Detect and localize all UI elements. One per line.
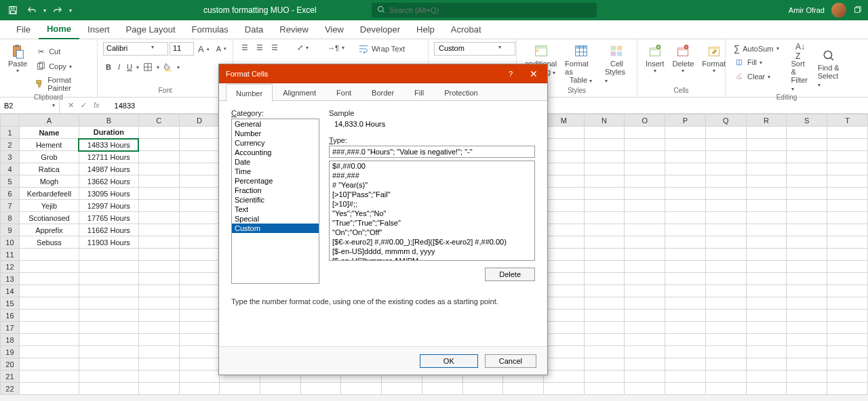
type-item[interactable]: [$-en-US]dddd, mmmm d, yyyy — [330, 247, 534, 256]
delete-button[interactable]: Delete — [485, 268, 535, 281]
dialog-backdrop: Format Cells ? ✕ NumberAlignmentFontBord… — [0, 0, 868, 401]
type-input[interactable] — [329, 146, 535, 158]
format-cells-dialog: Format Cells ? ✕ NumberAlignmentFontBord… — [218, 64, 548, 375]
cancel-button[interactable]: Cancel — [485, 354, 536, 368]
category-item[interactable]: Time — [232, 167, 319, 176]
type-item[interactable]: ###,### — [330, 171, 534, 180]
dialog-tabs: NumberAlignmentFontBorderFillProtection — [219, 83, 547, 101]
category-item[interactable]: Custom — [232, 224, 319, 233]
sample-label: Sample — [329, 109, 535, 117]
hint-text: Type the number format code, using one o… — [231, 297, 535, 305]
dialog-tab-border[interactable]: Border — [361, 83, 404, 101]
category-item[interactable]: Fraction — [232, 186, 319, 195]
category-item[interactable]: Currency — [232, 138, 319, 148]
dialog-close-button[interactable]: ✕ — [520, 64, 547, 83]
type-item[interactable]: "True";"True";"False" — [330, 218, 534, 228]
category-item[interactable]: Accounting — [232, 148, 319, 157]
type-item[interactable]: [$-en-US]h:mm:ss AM/PM — [330, 256, 534, 261]
type-item[interactable]: [>10]"Pass";"Fail" — [330, 190, 534, 199]
type-item[interactable]: [>10]#;; — [330, 199, 534, 209]
category-item[interactable]: Text — [232, 205, 319, 214]
type-list[interactable]: $#,##0.00###,#### "Year(s)"[>10]"Pass";"… — [329, 161, 535, 261]
type-label: Type: — [329, 136, 535, 144]
category-item[interactable]: Date — [232, 157, 319, 167]
category-item[interactable]: Scientific — [232, 195, 319, 205]
type-item[interactable]: # "Year(s)" — [330, 180, 534, 190]
dialog-titlebar: Format Cells ? ✕ — [219, 64, 547, 83]
type-item[interactable]: [$€-x-euro2] #,##0.00_);[Red]([$€-x-euro… — [330, 237, 534, 247]
category-item[interactable]: Special — [232, 214, 319, 224]
category-item[interactable]: Number — [232, 129, 319, 138]
dialog-title: Format Cells — [226, 70, 268, 78]
category-item[interactable]: General — [232, 119, 319, 129]
type-item[interactable]: "Yes";"Yes";"No" — [330, 209, 534, 218]
category-label: Category: — [231, 109, 319, 117]
dialog-tab-number[interactable]: Number — [226, 84, 273, 102]
dialog-tab-font[interactable]: Font — [326, 83, 361, 101]
dialog-tab-protection[interactable]: Protection — [434, 83, 488, 101]
dialog-help-button[interactable]: ? — [501, 64, 520, 83]
sample-value: 14,833.0 Hours — [329, 119, 535, 132]
dialog-tab-fill[interactable]: Fill — [404, 83, 434, 101]
dialog-body: Category: GeneralNumberCurrencyAccountin… — [219, 101, 547, 346]
type-item[interactable]: "On";"On";"Off" — [330, 228, 534, 237]
type-item[interactable]: $#,##0.00 — [330, 161, 534, 171]
category-list[interactable]: GeneralNumberCurrencyAccountingDateTimeP… — [231, 119, 319, 284]
ok-button[interactable]: OK — [420, 354, 478, 368]
dialog-buttons: OK Cancel — [219, 346, 547, 375]
dialog-tab-alignment[interactable]: Alignment — [273, 83, 326, 101]
category-item[interactable]: Percentage — [232, 176, 319, 186]
